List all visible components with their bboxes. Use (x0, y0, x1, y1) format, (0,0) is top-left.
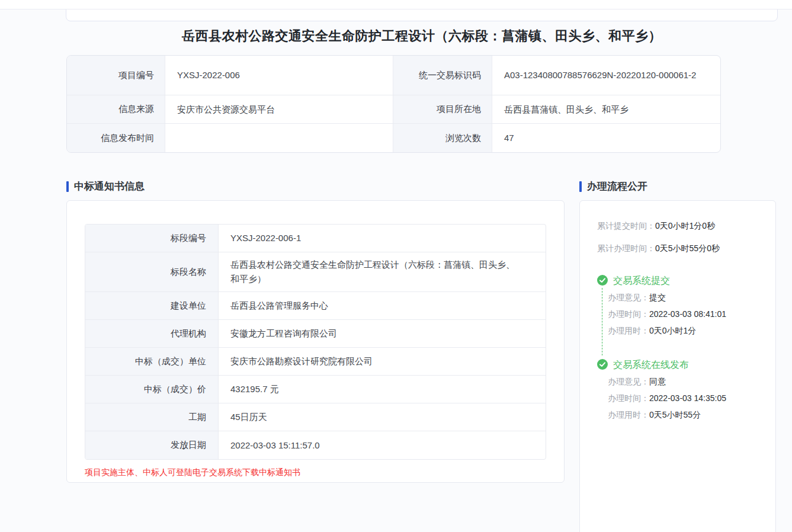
issue-date-value: 2022-03-03 15:11:57.0 (219, 431, 546, 459)
trade-code-value: A03-12340800788576629N-20220120-000061-2 (492, 56, 720, 95)
project-number-label: 项目编号 (67, 56, 165, 95)
handle-time-label: 办理时间： (608, 392, 649, 404)
construction-unit-value: 岳西县公路管理服务中心 (219, 292, 546, 320)
total-submit-time: 累计提交时间： 0天0小时1分0秒 (597, 220, 765, 232)
handle-time-label: 办理时间： (608, 308, 649, 320)
check-circle-icon (597, 275, 608, 286)
view-count-value: 47 (492, 124, 720, 152)
issue-date-label: 发放日期 (85, 431, 219, 459)
project-location-value: 岳西县菖蒲镇、田头乡、和平乡 (492, 95, 720, 124)
step-title: 交易系统提交 (613, 275, 765, 287)
elapsed-value: 0天0小时1分 (649, 325, 696, 336)
winning-price-label: 中标（成交）价 (85, 376, 219, 403)
notice-section-title: 中标通知书信息 (74, 180, 145, 193)
process-step-publish: 交易系统在线发布 办理意见： 同意 办理时间： 2022-03-03 14:35… (597, 359, 765, 421)
view-count-label: 浏览次数 (393, 124, 492, 152)
project-number-value: YXSJ-2022-006 (165, 56, 393, 95)
agency-label: 代理机构 (85, 320, 219, 348)
total-submit-time-label: 累计提交时间： (597, 220, 655, 232)
section-number-value: YXSJ-2022-006-1 (219, 225, 546, 252)
opinion-label: 办理意见： (608, 291, 649, 303)
project-info-table: 项目编号 YXSJ-2022-006 统一交易标识码 A03-123408007… (66, 55, 721, 153)
handle-time-value: 2022-03-03 08:41:01 (649, 308, 726, 320)
notice-card: 标段编号 YXSJ-2022-006-1 标段名称 岳西县农村公路交通安全生命防… (66, 200, 565, 483)
opinion-value: 提交 (649, 291, 666, 303)
section-accent-bar (579, 181, 582, 192)
total-submit-time-value: 0天0小时1分0秒 (655, 220, 715, 232)
step-details: 办理意见： 同意 办理时间： 2022-03-03 14:35:05 办理用时：… (608, 376, 765, 421)
winning-price-value: 432195.7 元 (219, 376, 546, 403)
step-title: 交易系统在线发布 (613, 359, 765, 371)
agency-value: 安徽龙方工程咨询有限公司 (219, 320, 546, 348)
trade-code-label: 统一交易标识码 (393, 56, 492, 95)
total-handle-time-label: 累计办理时间： (597, 242, 655, 254)
elapsed-value: 0天5小时55分 (649, 409, 701, 421)
construction-unit-label: 建设单位 (85, 292, 219, 320)
section-header-notice: 中标通知书信息 (66, 180, 145, 193)
download-notice-note: 项目实施主体、中标人可登陆电子交易系统下载中标通知书 (85, 467, 546, 477)
info-source-label: 信息来源 (67, 95, 165, 124)
publish-time-value (165, 124, 393, 152)
handle-time-value: 2022-03-03 14:35:05 (649, 392, 726, 404)
project-location-label: 项目所在地 (393, 95, 492, 124)
process-timeline: 交易系统提交 办理意见： 提交 办理时间： 2022-03-03 08:41:0… (597, 275, 765, 421)
opinion-label: 办理意见： (608, 376, 649, 387)
total-handle-time-value: 0天5小时55分0秒 (655, 242, 720, 254)
page-title: 岳西县农村公路交通安全生命防护工程设计（六标段：菖蒲镇、田头乡、和平乡） (66, 27, 777, 46)
winning-unit-value: 安庆市公路勘察设计研究院有限公司 (219, 348, 546, 376)
publish-time-label: 信息发布时间 (67, 124, 165, 152)
process-card: 累计提交时间： 0天0小时1分0秒 累计办理时间： 0天5小时55分0秒 交易系… (579, 200, 776, 532)
info-source-value: 安庆市公共资源交易平台 (165, 95, 393, 124)
opinion-value: 同意 (649, 376, 666, 387)
check-circle-icon (597, 359, 608, 370)
process-section-title: 办理流程公开 (587, 180, 647, 193)
section-accent-bar (66, 181, 69, 192)
section-name-value: 岳西县农村公路交通安全生命防护工程设计（六标段：菖蒲镇、田头乡、和平乡） (219, 252, 546, 292)
step-details: 办理意见： 提交 办理时间： 2022-03-03 08:41:01 办理用时：… (608, 291, 765, 336)
section-number-label: 标段编号 (85, 225, 219, 252)
process-step-submit: 交易系统提交 办理意见： 提交 办理时间： 2022-03-03 08:41:0… (597, 275, 765, 336)
duration-value: 45日历天 (219, 403, 546, 431)
elapsed-label: 办理用时： (608, 325, 649, 336)
winning-unit-label: 中标（成交）单位 (85, 348, 219, 376)
elapsed-label: 办理用时： (608, 409, 649, 421)
notice-table: 标段编号 YXSJ-2022-006-1 标段名称 岳西县农村公路交通安全生命防… (85, 224, 546, 460)
section-name-label: 标段名称 (85, 252, 219, 292)
section-header-process: 办理流程公开 (579, 180, 647, 193)
total-handle-time: 累计办理时间： 0天5小时55分0秒 (597, 242, 765, 254)
duration-label: 工期 (85, 403, 219, 431)
top-header-strip (0, 0, 792, 9)
